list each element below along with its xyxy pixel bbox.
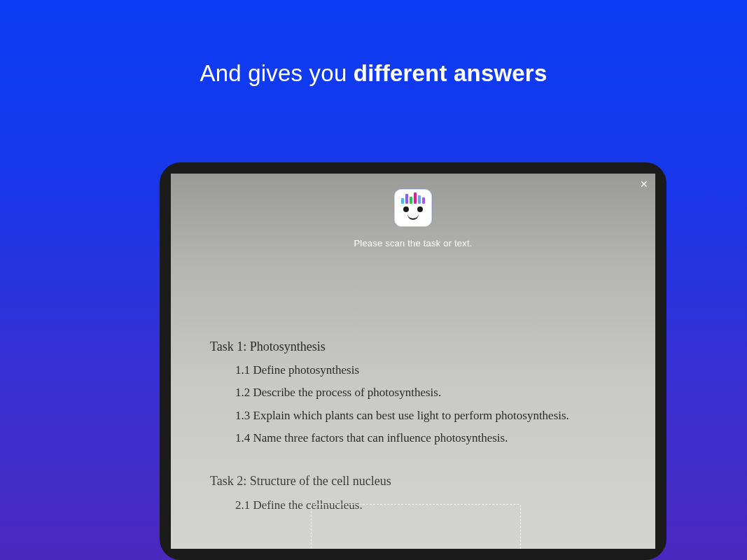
tablet-screen: ✕ Please scan the task or text. Task 1: …: [171, 174, 655, 549]
task-1-item: 1.3 Explain which plants can best use li…: [210, 405, 641, 427]
close-icon[interactable]: ✕: [640, 179, 648, 189]
task-1-item: 1.4 Name three factors that can influenc…: [210, 427, 641, 449]
task-1-title: Task 1: Photosynthesis: [210, 335, 641, 358]
headline: And gives you different answers: [0, 60, 747, 87]
task-1-item: 1.2 Describe the process of photosynthes…: [210, 382, 641, 404]
promo-background: And gives you different answers ✕ Please…: [0, 0, 747, 560]
app-logo-icon: [394, 189, 432, 227]
logo-bars-icon: [395, 192, 431, 204]
task-1-item: 1.1 Define photosynthesis: [210, 359, 641, 382]
headline-bold: different answers: [354, 60, 547, 86]
logo-face-icon: [395, 202, 431, 223]
scanned-worksheet: Task 1: Photosynthesis 1.1 Define photos…: [210, 335, 641, 517]
task-1-block: Task 1: Photosynthesis 1.1 Define photos…: [210, 335, 641, 449]
scan-target-box[interactable]: [311, 504, 521, 549]
scan-instruction: Please scan the task or text.: [171, 238, 655, 248]
task-2-title: Task 2: Structure of the cell nucleus: [210, 469, 641, 493]
headline-prefix: And gives you: [200, 60, 354, 86]
tablet-frame: ✕ Please scan the task or text. Task 1: …: [160, 162, 666, 560]
